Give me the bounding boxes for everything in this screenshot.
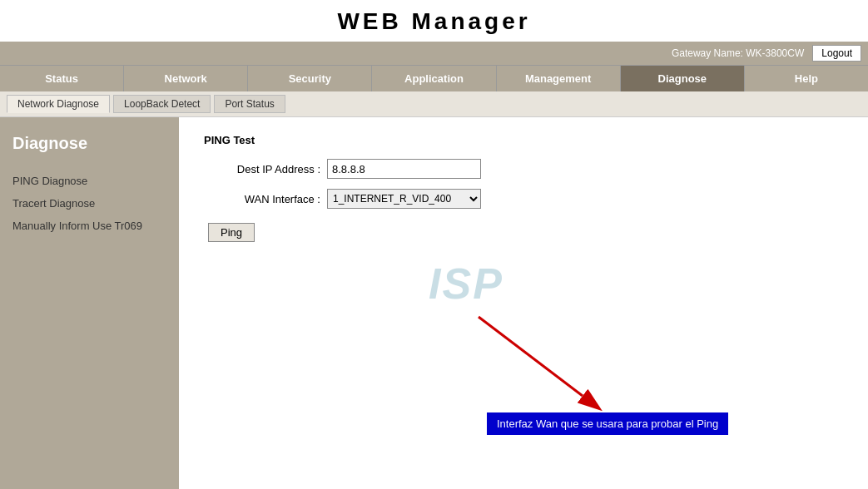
nav-item-diagnose[interactable]: Diagnose [621, 66, 745, 91]
nav-item-management[interactable]: Management [497, 66, 621, 91]
subnav-network-diagnose[interactable]: Network Diagnose [7, 95, 110, 113]
svg-line-1 [479, 317, 583, 396]
ping-button[interactable]: Ping [208, 223, 255, 242]
page-title: WEB Manager [0, 0, 868, 42]
nav-item-status[interactable]: Status [0, 66, 124, 91]
nav-item-help[interactable]: Help [745, 66, 868, 91]
nav-item-application[interactable]: Application [372, 66, 496, 91]
wan-interface-label: WAN Interface : [204, 193, 320, 205]
nav-item-network[interactable]: Network [124, 66, 248, 91]
gateway-name: Gateway Name: WK-3800CW [672, 47, 804, 59]
sidebar: Diagnose PING Diagnose Tracert Diagnose … [0, 117, 179, 489]
subnav-port-status[interactable]: Port Status [214, 95, 285, 113]
tooltip-box: Interfaz Wan que se usara para probar el… [487, 412, 728, 435]
sidebar-item-tracert[interactable]: Tracert Diagnose [0, 192, 179, 215]
sub-nav: Network Diagnose LoopBack Detect Port St… [0, 91, 868, 117]
nav-bar: Status Network Security Application Mana… [0, 65, 868, 91]
main-content: PING Test Dest IP Address : WAN Interfac… [179, 117, 868, 489]
arrow-icon [454, 309, 620, 417]
dest-ip-input[interactable] [327, 159, 481, 179]
isp-watermark: ISP [429, 259, 503, 309]
nav-item-security[interactable]: Security [248, 66, 372, 91]
wan-interface-select[interactable]: 1_INTERNET_R_VID_400 [327, 189, 481, 209]
sidebar-title: Diagnose [0, 126, 179, 170]
dest-ip-label: Dest IP Address : [204, 163, 320, 175]
logout-button[interactable]: Logout [812, 45, 861, 62]
section-title: PING Test [204, 134, 843, 146]
sidebar-item-ping-diagnose[interactable]: PING Diagnose [0, 170, 179, 192]
subnav-loopback[interactable]: LoopBack Detect [113, 95, 211, 113]
arrow-container [454, 309, 620, 419]
top-bar: Gateway Name: WK-3800CW Logout [0, 42, 868, 65]
sidebar-item-tr069[interactable]: Manually Inform Use Tr069 [0, 215, 179, 237]
